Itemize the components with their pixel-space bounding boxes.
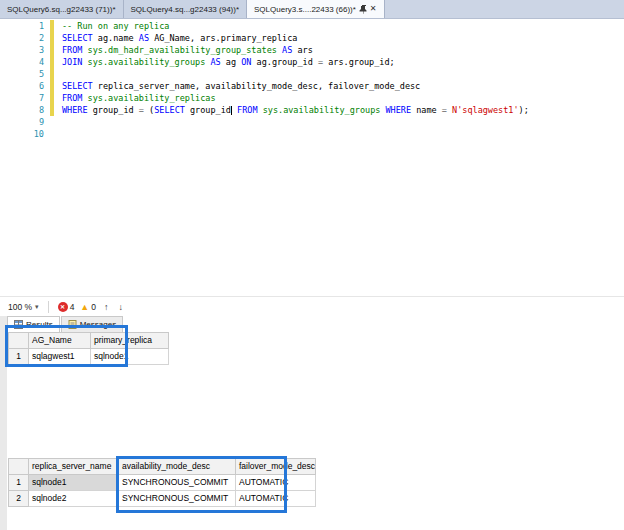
code-line[interactable]: FROM sys.availability_replicas [62, 92, 529, 104]
code-line[interactable]: SELECT replica_server_name, availability… [62, 80, 529, 92]
tab-sqlquery6[interactable]: SQLQuery6.sq...g22433 (71))* [0, 0, 124, 18]
code-token: N'sqlagwest1' [452, 105, 519, 115]
line-number: 2 [0, 32, 44, 44]
code-token: ars.group_id; [323, 57, 395, 67]
code-token: sys.availability_replicas [82, 93, 215, 103]
messages-tab-label: Messages [80, 320, 116, 329]
code-token: SELECT [62, 81, 93, 91]
line-number: 9 [0, 116, 44, 128]
row-number[interactable]: 1 [9, 475, 29, 491]
grid-cell[interactable]: sqlnode2 [29, 491, 119, 507]
line-number: 8 [0, 104, 44, 116]
code-token: -- Run on any replica [62, 21, 169, 31]
code-token: ag [221, 57, 241, 67]
code-line[interactable] [62, 68, 529, 80]
code-line[interactable]: -- Run on any replica [62, 20, 529, 32]
column-header[interactable]: availability_mode_desc [119, 459, 236, 475]
code-line[interactable] [62, 128, 529, 140]
error-icon: ✕ [58, 302, 68, 312]
zoom-control[interactable]: 100 % ▾ [8, 302, 39, 312]
grid-cell[interactable]: sqlagwest1 [29, 349, 91, 365]
code-token: AS [210, 57, 220, 67]
code-token: AG_Name, ars.primary_replica [149, 33, 297, 43]
code-token: JOIN [62, 57, 82, 67]
grid-corner[interactable] [9, 333, 29, 349]
code-token: FROM [62, 45, 82, 55]
grid-corner[interactable] [9, 459, 29, 475]
tab-sqlquery4[interactable]: SQLQuery4.sq...g22433 (94))* [124, 0, 248, 18]
code-token: name [411, 105, 442, 115]
code-token: group_id [88, 105, 139, 115]
code-token: ars [292, 45, 312, 55]
code-token: FROM [237, 105, 257, 115]
messages-icon [68, 320, 77, 329]
navigate-down-icon[interactable]: ↓ [117, 302, 126, 312]
grid-header-row: replica_server_nameavailability_mode_des… [9, 459, 316, 475]
code-line[interactable]: SELECT ag.name AS AG_Name, ars.primary_r… [62, 32, 529, 44]
grid-cell[interactable]: AUTOMATIC [236, 491, 316, 507]
tab-label: SQLQuery4.sq...g22433 (94))* [131, 5, 240, 14]
code-token: sys.dm_hadr_availability_group_states [82, 45, 282, 55]
warning-count-badge[interactable]: ▲ 0 [80, 302, 96, 312]
grid-row: 1sqlnode1SYNCHRONOUS_COMMITAUTOMATIC [9, 475, 316, 491]
tab-sqlquery3[interactable]: SQLQuery3.s....22433 (66))* ✕ [247, 0, 385, 18]
line-number: 5 [0, 68, 44, 80]
error-count: 4 [70, 302, 75, 312]
line-number-gutter: 12345678910 [0, 20, 44, 140]
grid-cell[interactable]: AUTOMATIC [236, 475, 316, 491]
results-tab-strip: Results Messages [7, 316, 123, 332]
zoom-level: 100 % [8, 302, 32, 312]
grid-cell[interactable]: SYNCHRONOUS_COMMIT [119, 491, 236, 507]
code-token: SELECT [154, 105, 185, 115]
code-line[interactable]: FROM sys.dm_hadr_availability_group_stat… [62, 44, 529, 56]
separator [48, 301, 49, 313]
navigate-up-icon[interactable]: ↑ [102, 302, 111, 312]
code-token: ); [519, 105, 529, 115]
tab-messages[interactable]: Messages [61, 316, 123, 332]
column-header[interactable]: failover_mode_desc [236, 459, 316, 475]
tab-label: SQLQuery3.s....22433 (66))* [254, 5, 356, 14]
results-left-margin [0, 316, 7, 530]
grid-cell[interactable]: SYNCHRONOUS_COMMIT [119, 475, 236, 491]
code-token: AS [282, 45, 292, 55]
ssms-window: SQLQuery6.sq...g22433 (71))* SQLQuery4.s… [0, 0, 624, 530]
line-number: 3 [0, 44, 44, 56]
code-editor[interactable]: 12345678910 -- Run on any replicaSELECT … [0, 19, 624, 296]
line-number: 10 [0, 128, 44, 140]
code-token: ( [144, 105, 154, 115]
code-token: replica_server_name, availability_mode_d… [93, 81, 421, 91]
results-grid-1[interactable]: AG_Nameprimary_replica1sqlagwest1sqlnode… [8, 332, 169, 365]
warning-count: 0 [91, 302, 96, 312]
code-token: ON [241, 57, 251, 67]
row-number[interactable]: 2 [9, 491, 29, 507]
grid-cell[interactable]: sqlnode1 [91, 349, 169, 365]
grid-row: 2sqlnode2SYNCHRONOUS_COMMITAUTOMATIC [9, 491, 316, 507]
column-header[interactable]: AG_Name [29, 333, 91, 349]
code-token: WHERE [62, 105, 88, 115]
code-token: SELECT [62, 33, 93, 43]
grid-row: 1sqlagwest1sqlnode1 [9, 349, 169, 365]
line-number: 6 [0, 80, 44, 92]
line-number: 4 [0, 56, 44, 68]
grid-header-row: AG_Nameprimary_replica [9, 333, 169, 349]
row-number[interactable]: 1 [9, 349, 29, 365]
close-icon[interactable]: ✕ [370, 5, 377, 13]
line-number: 1 [0, 20, 44, 32]
tab-results[interactable]: Results [7, 316, 60, 332]
pin-icon[interactable] [359, 5, 367, 14]
grid-cell[interactable]: sqlnode1 [29, 475, 119, 491]
code-line[interactable]: JOIN sys.availability_groups AS ag ON ag… [62, 56, 529, 68]
code-token: group_id [185, 105, 231, 115]
code-line[interactable]: WHERE group_id = (SELECT group_id FROM s… [62, 104, 529, 116]
code-token: sys.availability_groups [82, 57, 210, 67]
results-grid-2[interactable]: replica_server_nameavailability_mode_des… [8, 458, 316, 507]
code-token: WHERE [385, 105, 411, 115]
chevron-down-icon: ▾ [35, 303, 39, 311]
warning-icon: ▲ [80, 302, 89, 312]
code-line[interactable] [62, 116, 529, 128]
error-count-badge[interactable]: ✕ 4 [58, 302, 75, 312]
document-tab-bar: SQLQuery6.sq...g22433 (71))* SQLQuery4.s… [0, 0, 624, 19]
column-header[interactable]: replica_server_name [29, 459, 119, 475]
column-header[interactable]: primary_replica [91, 333, 169, 349]
code-area[interactable]: -- Run on any replicaSELECT ag.name AS A… [62, 20, 529, 140]
